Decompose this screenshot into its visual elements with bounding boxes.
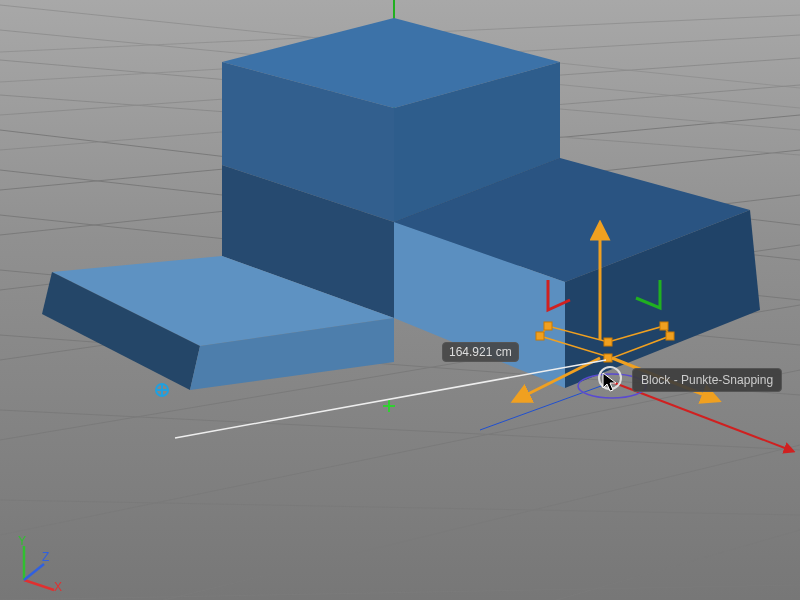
svg-rect-38 [604,338,612,346]
svg-line-44 [24,564,44,580]
snap-point-marker [156,384,168,396]
axis-label-x: X [54,580,62,594]
axis-label-y: Y [18,534,26,548]
viewport-3d[interactable]: 164.921 cm Block - Punkte-Snapping X Y Z [0,0,800,600]
svg-rect-36 [660,322,668,330]
svg-rect-35 [666,332,674,340]
svg-rect-37 [544,322,552,330]
svg-line-42 [24,580,54,590]
svg-rect-33 [536,332,544,340]
scene-svg[interactable] [0,0,800,600]
axis-compass: X Y Z [6,534,66,594]
axis-label-z: Z [42,550,49,564]
